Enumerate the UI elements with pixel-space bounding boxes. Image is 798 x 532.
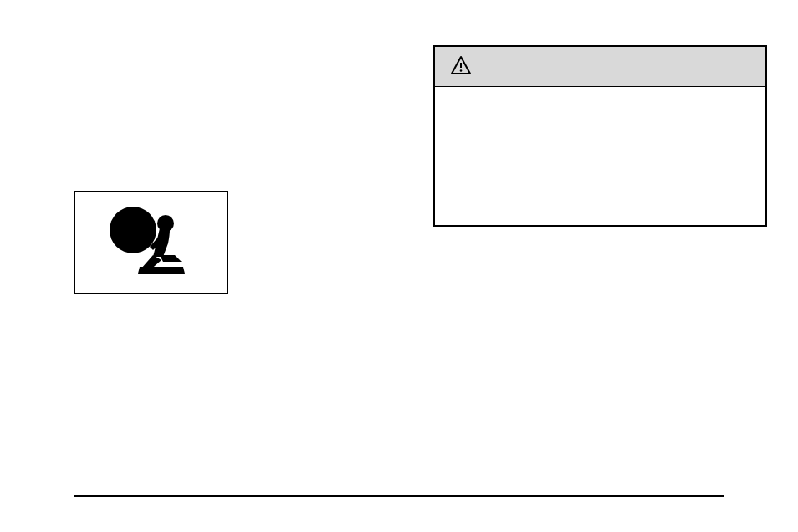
- airbag-icon: [101, 203, 202, 282]
- page-footer-line: [74, 495, 724, 497]
- svg-point-0: [110, 207, 156, 253]
- caution-box: [433, 45, 767, 227]
- warning-triangle-icon: [450, 55, 472, 79]
- caution-header: [435, 47, 765, 87]
- svg-point-3: [460, 69, 463, 72]
- airbag-icon-box: [74, 191, 228, 294]
